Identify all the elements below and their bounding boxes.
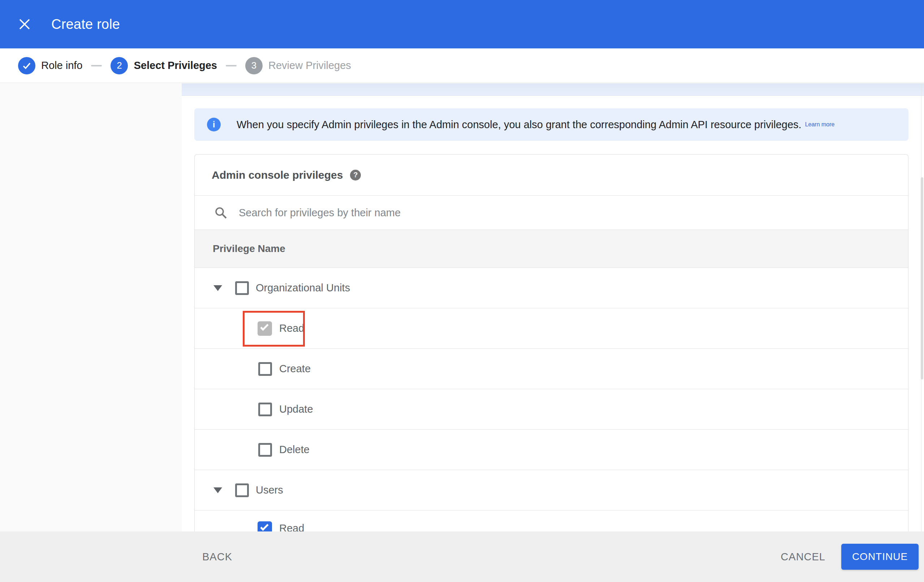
privilege-name-header: Privilege Name (213, 243, 285, 254)
search-input[interactable] (239, 207, 780, 219)
privilege-row-users: Users (195, 470, 908, 511)
app-bar: Create role (0, 0, 924, 48)
users-checkbox[interactable] (235, 483, 249, 497)
step-role-info[interactable]: Role info (18, 57, 82, 74)
vertical-scrollbar[interactable] (921, 177, 923, 379)
info-icon: i (207, 118, 221, 132)
admin-privileges-card: Admin console privileges ? Privilege Nam… (194, 154, 909, 531)
privilege-row-update: Update (195, 389, 908, 430)
search-icon (214, 206, 227, 219)
row-label: Users (256, 484, 283, 496)
banner-text: When you specify Admin privileges in the… (237, 119, 802, 131)
read-checkbox-checked-disabled[interactable] (257, 322, 272, 336)
row-label: Create (279, 363, 311, 375)
step-select-privileges[interactable]: 2 Select Privileges (111, 57, 217, 74)
cancel-button[interactable]: CANCEL (780, 551, 825, 563)
users-read-checkbox-checked[interactable] (257, 521, 272, 531)
privilege-row-delete: Delete (195, 430, 908, 470)
privilege-row-users-read: Read (195, 511, 908, 531)
check-icon (260, 523, 268, 531)
privilege-row-create: Create (195, 349, 908, 389)
table-column-header: Privilege Name (195, 230, 908, 268)
row-label: Update (279, 403, 313, 415)
organizational-units-checkbox[interactable] (235, 281, 249, 295)
step-label-review-privileges: Review Privileges (268, 59, 351, 71)
row-label: Delete (279, 444, 310, 456)
step-number-3: 3 (245, 57, 262, 74)
continue-button[interactable]: CONTINUE (841, 544, 919, 570)
content-panel: i When you specify Admin privileges in t… (182, 83, 924, 531)
step-divider (226, 65, 237, 66)
step-complete-check-icon (18, 57, 35, 74)
delete-checkbox[interactable] (258, 443, 272, 457)
step-number-2: 2 (111, 57, 128, 74)
create-checkbox[interactable] (258, 362, 272, 376)
content-area: i When you specify Admin privileges in t… (0, 83, 924, 531)
help-icon[interactable]: ? (350, 170, 361, 181)
privilege-search-row (195, 195, 908, 230)
privilege-row-organizational-units: Organizational Units (195, 268, 908, 308)
row-label: Organizational Units (256, 282, 350, 294)
scrolled-section-edge (182, 83, 924, 96)
info-banner: i When you specify Admin privileges in t… (194, 108, 909, 141)
step-label-select-privileges: Select Privileges (134, 59, 217, 71)
step-divider (91, 65, 102, 66)
privilege-row-read: Read (195, 308, 908, 349)
learn-more-link[interactable]: Learn more (805, 121, 835, 128)
step-review-privileges: 3 Review Privileges (245, 57, 351, 74)
footer-bar: BACK CANCEL CONTINUE (0, 531, 924, 582)
card-title: Admin console privileges (212, 169, 343, 181)
row-label: Read (279, 523, 304, 531)
close-icon[interactable] (14, 13, 35, 35)
check-icon (260, 322, 268, 331)
row-label: Read (279, 322, 304, 334)
step-label-role-info: Role info (41, 59, 82, 71)
stepper: Role info 2 Select Privileges 3 Review P… (0, 48, 924, 83)
update-checkbox[interactable] (258, 402, 272, 416)
collapse-arrow-icon[interactable] (213, 285, 222, 291)
back-button[interactable]: BACK (202, 551, 232, 563)
card-header: Admin console privileges ? (195, 155, 908, 195)
dialog-title: Create role (51, 16, 120, 32)
collapse-arrow-icon[interactable] (213, 487, 222, 493)
